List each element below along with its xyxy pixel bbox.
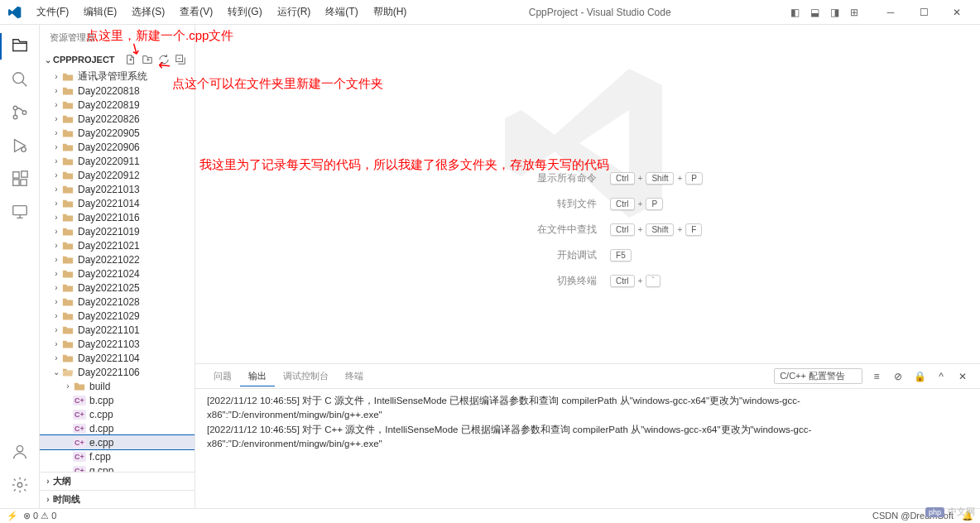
tree-folder[interactable]: ›Day20221028 [40,295,195,309]
tree-file[interactable]: C+g.cpp [40,463,195,472]
menu-terminal[interactable]: 终端(T) [319,2,364,22]
folder-icon [61,70,74,84]
tree-file[interactable]: C+f.cpp [40,449,195,463]
tree-folder[interactable]: ›Day20221104 [40,351,195,365]
layout-sidebar-right-icon[interactable]: ◨ [826,4,843,21]
chevron-right-icon: › [43,477,53,486]
tree-folder[interactable]: ›Day20221029 [40,309,195,323]
source-control-icon[interactable] [0,96,40,129]
keyboard-key: Shift [646,172,674,185]
tree-folder[interactable]: ›Day20221022 [40,252,195,266]
output-content[interactable]: [2022/11/12 10:46:55] 对于 C 源文件，IntelliSe… [195,389,980,508]
tree-folder[interactable]: ›Day20221021 [40,238,195,252]
folder-label: Day20220912 [78,170,140,181]
close-button[interactable]: ✕ [940,1,973,24]
account-icon[interactable] [0,435,40,468]
folder-label: Day20221103 [78,338,140,350]
chevron-right-icon: › [51,269,61,278]
tree-folder[interactable]: ›Day20221103 [40,337,195,351]
clear-output-icon[interactable]: ⊘ [891,371,906,382]
chevron-right-icon: › [51,86,61,95]
menu-file[interactable]: 文件(F) [30,2,75,22]
shortcut-label: 显示所有命令 [473,171,597,185]
svg-point-0 [12,73,23,84]
titlebar-controls: ◧ ⬓ ◨ ⊞ ─ ☐ ✕ [786,1,980,24]
panel-tab-terminal[interactable]: 终端 [337,367,372,386]
layout-sidebar-left-icon[interactable]: ◧ [786,4,803,21]
menu-go[interactable]: 转到(G) [221,2,268,22]
remote-icon[interactable] [0,195,40,228]
explorer-icon[interactable] [0,30,40,63]
folder-icon [61,225,74,238]
output-line: [2022/11/12 10:46:55] 对于 C++ 源文件，Intelli… [207,423,968,452]
folder-label: Day20220819 [78,99,140,111]
chevron-right-icon: › [51,297,61,306]
tree-folder[interactable]: ›Day20221014 [40,196,195,210]
layout-customize-icon[interactable]: ⊞ [846,4,862,21]
filter-icon[interactable]: ≡ [869,371,884,382]
tree-file[interactable]: C+b.cpp [40,393,195,407]
folder-label: build [89,381,110,392]
maximize-panel-icon[interactable]: ^ [934,371,949,382]
remote-indicator-icon[interactable]: ⚡ [7,511,18,521]
output-filter-select[interactable]: C/C++ 配置警告 [774,368,862,384]
status-problems[interactable]: ⊗ 0 ⚠ 0 [23,511,56,521]
maximize-button[interactable]: ☐ [907,1,940,24]
cpp-file-icon: C+ [73,436,86,449]
keyboard-key: P [685,172,703,185]
collapse-all-icon[interactable] [173,52,188,67]
cpp-file-icon: C+ [73,450,86,463]
run-debug-icon[interactable] [0,129,40,162]
outline-section[interactable]: › 大纲 [40,472,195,490]
folder-label: Day20221014 [78,198,140,209]
chevron-right-icon: › [43,495,53,504]
layout-panel-icon[interactable]: ⬓ [806,4,823,21]
keyboard-key: F5 [610,249,632,262]
menu-view[interactable]: 查看(V) [173,2,219,22]
cpp-file-icon: C+ [73,422,86,435]
settings-icon[interactable] [0,468,40,501]
tree-file[interactable]: C+e.cpp [40,435,195,449]
folder-label: Day20221025 [78,282,140,294]
minimize-button[interactable]: ─ [874,1,907,24]
folder-label: Day20221013 [78,184,140,195]
chevron-right-icon: › [51,142,61,151]
tree-folder[interactable]: ›Day20220818 [40,84,195,98]
menu-selection[interactable]: 选择(S) [125,2,171,22]
tree-folder-expanded[interactable]: ⌄Day20221106 [40,365,195,379]
tree-folder[interactable]: ›Day20221024 [40,266,195,281]
tree-folder[interactable]: ›Day20220911 [40,154,195,168]
lock-scroll-icon[interactable]: 🔒 [912,371,927,382]
tree-file[interactable]: C+c.cpp [40,407,195,421]
tree-file[interactable]: C+d.cpp [40,421,195,435]
search-icon[interactable] [0,63,40,96]
folder-icon [61,338,74,351]
tree-folder[interactable]: ›Day20220826 [40,112,195,126]
tree-folder[interactable]: ›build [40,379,195,393]
tree-folder[interactable]: ›Day20221101 [40,323,195,337]
folder-label: Day20220911 [78,156,140,167]
tree-folder[interactable]: ›Day20220905 [40,126,195,140]
close-panel-icon[interactable]: ✕ [955,371,970,382]
folder-label: Day20220826 [78,113,140,125]
tree-folder[interactable]: ›Day20220819 [40,98,195,112]
panel-tab-output[interactable]: 输出 [240,367,275,386]
tree-folder[interactable]: ›Day20221019 [40,224,195,238]
panel-tab-problems[interactable]: 问题 [205,367,240,386]
timeline-section[interactable]: › 时间线 [40,490,195,508]
menu-run[interactable]: 运行(R) [271,2,318,22]
menu-help[interactable]: 帮助(H) [367,2,414,22]
tree-folder[interactable]: ›Day20221025 [40,281,195,295]
folder-icon [61,127,74,140]
cpp-file-icon: C+ [73,408,86,421]
tree-folder[interactable]: ›Day20221013 [40,182,195,196]
extensions-icon[interactable] [0,162,40,195]
panel-tab-debug-console[interactable]: 调试控制台 [275,367,337,386]
tree-folder[interactable]: ›Day20220906 [40,140,195,154]
menu-edit[interactable]: 编辑(E) [77,2,123,22]
new-folder-icon[interactable] [140,52,155,67]
tree-folder[interactable]: ›Day20221016 [40,210,195,224]
file-label: f.cpp [89,451,111,463]
tree-folder[interactable]: ›Day20220912 [40,168,195,182]
folder-icon [61,281,74,295]
